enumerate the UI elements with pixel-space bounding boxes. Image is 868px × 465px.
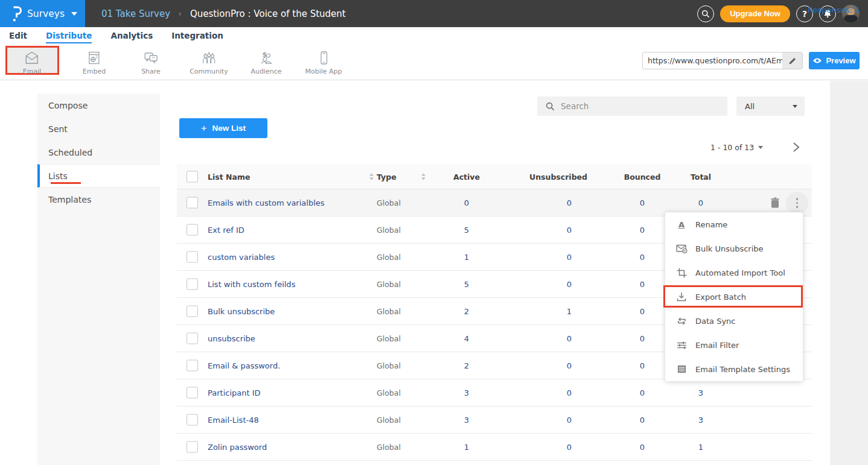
- bounced-count[interactable]: 0: [640, 307, 645, 316]
- survey-url-field[interactable]: https://www.questionpro.com/t/AEmOx2: [642, 52, 803, 69]
- product-switcher[interactable]: Surveys: [0, 0, 85, 27]
- header-unsubscribed[interactable]: Unsubscribed: [529, 172, 587, 181]
- pagination-range-dropdown[interactable]: 1 - 10 of 13: [710, 143, 763, 152]
- active-count[interactable]: 1: [464, 443, 469, 452]
- survey-url-value[interactable]: https://www.questionpro.com/t/AEmOx2: [643, 56, 782, 65]
- row-checkbox[interactable]: [187, 306, 198, 317]
- row-checkbox[interactable]: [187, 279, 198, 290]
- menu-item-email-filter[interactable]: Email Filter: [665, 333, 803, 357]
- toolbar-item-email[interactable]: Email: [23, 51, 42, 75]
- row-checkbox[interactable]: [187, 387, 198, 399]
- bounced-count[interactable]: 0: [640, 253, 645, 262]
- unsubscribed-count[interactable]: 0: [567, 334, 572, 343]
- sort-icon[interactable]: [421, 172, 426, 180]
- row-checkbox[interactable]: [187, 251, 198, 263]
- row-checkbox[interactable]: [187, 224, 198, 236]
- tab-integration[interactable]: Integration: [171, 31, 223, 43]
- list-name-link[interactable]: Bulk unsubscribe: [208, 307, 275, 316]
- upgrade-now-button[interactable]: Upgrade Now: [720, 5, 790, 22]
- total-count[interactable]: 3: [698, 388, 703, 397]
- table-row[interactable]: Zolin password Global 1 0 0 1: [177, 434, 812, 461]
- toolbar-item-mobile-app[interactable]: Mobile App: [305, 51, 342, 75]
- menu-item-bulk-unsubscribe[interactable]: Bulk Unsubscribe: [665, 236, 803, 261]
- preview-button[interactable]: Preview: [809, 52, 860, 69]
- row-checkbox[interactable]: [187, 414, 198, 426]
- sidebar-item-scheduled[interactable]: Scheduled: [37, 141, 160, 164]
- bounced-count[interactable]: 0: [640, 226, 645, 235]
- row-menu-dots-icon[interactable]: [786, 192, 808, 214]
- unsubscribed-count[interactable]: 0: [567, 388, 572, 397]
- unsubscribed-count[interactable]: 1: [567, 307, 572, 316]
- bounced-count[interactable]: 0: [640, 361, 645, 370]
- menu-item-data-sync[interactable]: Data Sync: [665, 309, 803, 333]
- menu-item-email-template-settings[interactable]: Email Template Settings: [665, 357, 803, 381]
- new-list-button[interactable]: + New List: [179, 118, 267, 138]
- menu-item-rename[interactable]: A Rename: [665, 212, 803, 236]
- header-type[interactable]: Type: [377, 172, 397, 181]
- unsubscribed-count[interactable]: 0: [567, 416, 572, 425]
- list-filter-dropdown[interactable]: All: [736, 96, 805, 116]
- list-name-link[interactable]: Email-List-48: [208, 416, 259, 425]
- search-icon[interactable]: [697, 5, 714, 22]
- active-count[interactable]: 0: [464, 198, 469, 207]
- toolbar-item-embed[interactable]: Embed: [83, 51, 106, 75]
- active-count[interactable]: 3: [464, 416, 469, 425]
- header-total[interactable]: Total: [691, 172, 711, 181]
- edit-url-button[interactable]: [782, 52, 802, 69]
- row-checkbox[interactable]: [187, 197, 198, 209]
- unsubscribed-count[interactable]: 0: [567, 280, 572, 289]
- menu-item-export-batch[interactable]: Export Batch: [665, 285, 803, 309]
- bounced-count[interactable]: 0: [640, 198, 645, 207]
- row-checkbox[interactable]: [187, 441, 198, 453]
- sidebar-item-lists[interactable]: Lists: [37, 164, 160, 188]
- list-name-link[interactable]: Emails with custom varialbles: [208, 198, 325, 207]
- tab-analytics[interactable]: Analytics: [110, 31, 153, 43]
- unsubscribed-count[interactable]: 0: [567, 226, 572, 235]
- sidebar-item-sent[interactable]: Sent: [37, 117, 160, 141]
- bounced-count[interactable]: 0: [640, 416, 645, 425]
- active-count[interactable]: 5: [464, 280, 469, 289]
- tab-distribute[interactable]: Distribute: [46, 31, 92, 43]
- table-row[interactable]: Participant ID Global 3 0 0 3: [177, 379, 812, 406]
- list-name-link[interactable]: Email & password.: [208, 361, 280, 370]
- sidebar-item-templates[interactable]: Templates: [37, 188, 160, 211]
- unsubscribed-count[interactable]: 0: [567, 253, 572, 262]
- list-name-link[interactable]: List with custom feilds: [208, 280, 295, 289]
- list-name-link[interactable]: custom variables: [208, 253, 275, 262]
- header-list-name[interactable]: List Name: [208, 172, 250, 181]
- bounced-count[interactable]: 0: [640, 388, 645, 397]
- menu-item-automated-import-tool[interactable]: Automated Import Tool: [665, 261, 803, 285]
- header-active[interactable]: Active: [453, 172, 480, 181]
- unsubscribed-count[interactable]: 0: [567, 198, 572, 207]
- bounced-count[interactable]: 0: [640, 334, 645, 343]
- list-name-link[interactable]: Participant ID: [208, 388, 261, 397]
- unsubscribed-count[interactable]: 0: [567, 443, 572, 452]
- pagination-next-button[interactable]: [791, 141, 801, 153]
- header-bounced[interactable]: Bounced: [624, 172, 661, 181]
- total-count[interactable]: 1: [698, 443, 703, 452]
- toolbar-item-audience[interactable]: $ Audience: [251, 51, 281, 75]
- responses-count[interactable]: Responses: 5: [808, 5, 860, 14]
- sort-icon[interactable]: [369, 172, 374, 180]
- active-count[interactable]: 4: [464, 334, 469, 343]
- delete-trash-icon[interactable]: [770, 197, 780, 208]
- row-checkbox[interactable]: [187, 333, 198, 344]
- search-input[interactable]: Search: [537, 96, 727, 116]
- active-count[interactable]: 1: [464, 253, 469, 262]
- active-count[interactable]: 2: [464, 361, 469, 370]
- toolbar-item-community[interactable]: Community: [190, 51, 228, 75]
- total-count[interactable]: 0: [698, 198, 703, 207]
- bounced-count[interactable]: 0: [640, 280, 645, 289]
- toolbar-item-share[interactable]: Share: [141, 51, 161, 75]
- table-row[interactable]: Email-List-48 Global 3 0 0 3: [177, 406, 812, 434]
- sidebar-item-compose[interactable]: Compose: [37, 93, 160, 117]
- breadcrumb-survey-link[interactable]: 01 Take Survey: [101, 8, 170, 19]
- list-name-link[interactable]: Ext ref ID: [208, 226, 244, 235]
- active-count[interactable]: 2: [464, 307, 469, 316]
- row-checkbox[interactable]: [187, 360, 198, 372]
- list-name-link[interactable]: unsubscribe: [208, 334, 255, 343]
- tab-edit[interactable]: Edit: [9, 31, 27, 43]
- active-count[interactable]: 5: [464, 226, 469, 235]
- list-name-link[interactable]: Zolin password: [208, 443, 267, 452]
- active-count[interactable]: 3: [464, 388, 469, 397]
